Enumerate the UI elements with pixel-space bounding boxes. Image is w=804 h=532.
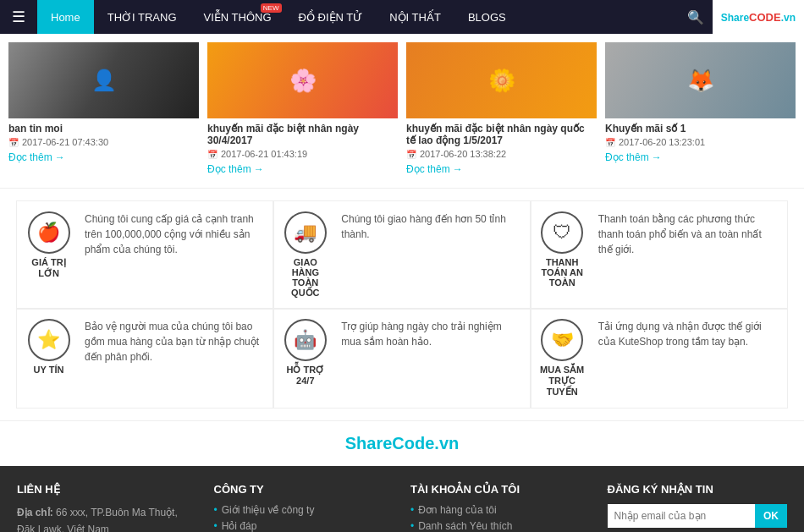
feature-icon-payment: 🛡 THANH TOÁN AN TOÀN: [539, 211, 586, 288]
feature-online: 🤝 MUA SẮM TRỰC TUYẾN Tải ứng dụng và nhậ…: [530, 308, 788, 409]
footer-account-item-1[interactable]: Danh sách Yêu thích: [410, 520, 591, 532]
footer-company: CÔNG TY Giới thiệu về công ty Hỏi đáp Đi…: [214, 483, 394, 532]
nav-item-fashion[interactable]: THỜI TRANG: [94, 0, 190, 34]
read-more-0[interactable]: Đọc thêm: [8, 151, 65, 163]
blog-title-2: khuyến mãi đặc biệt nhân ngày quốc tế la…: [406, 123, 597, 146]
nav-item-blogs[interactable]: BLOGS: [454, 0, 520, 34]
brand-section: ShareCode.vn: [0, 420, 804, 466]
blog-date-0: 2017-06-21 07:43:30: [8, 137, 199, 147]
footer-grid: LIÊN HỆ Địa chỉ: 66 xxx, TP.Buôn Ma Thuộ…: [17, 483, 787, 532]
feature-trust: ⭐ UY TÍN Bảo vệ người mua của chúng tôi …: [16, 308, 274, 409]
feature-icon-trust: ⭐ UY TÍN: [25, 319, 72, 375]
feature-text-online: Tải ứng dụng và nhận được thế giới của K…: [598, 319, 779, 349]
blog-image-0: 👤: [8, 42, 199, 118]
features-section: 🍎 GIÁ TRỊ LỚN Chúng tôi cung cấp giá cả …: [0, 188, 804, 420]
newsletter-submit-button[interactable]: OK: [755, 504, 787, 528]
newsletter-form: OK: [608, 504, 788, 528]
nav-item-home[interactable]: Home: [37, 0, 94, 34]
footer-account: TÀI KHOẢN CỦA TÔI Đơn hàng của tôi Danh …: [410, 483, 591, 532]
features-grid: 🍎 GIÁ TRỊ LỚN Chúng tôi cung cấp giá cả …: [17, 201, 787, 408]
nav-item-electronics[interactable]: ĐỒ ĐIỆN TỬ: [285, 0, 377, 34]
new-badge: NEW: [261, 3, 282, 13]
footer-company-heading: CÔNG TY: [214, 483, 394, 496]
blog-title-0: ban tin moi: [8, 123, 199, 134]
blog-date-2: 2017-06-20 13:38:22: [406, 149, 597, 159]
blog-card-3: 🦊 Khuyến mãi số 1 2017-06-20 13:23:01 Đọ…: [605, 42, 796, 175]
footer-company-item-0[interactable]: Giới thiệu về công ty: [214, 504, 394, 516]
footer-address: Địa chỉ: 66 xxx, TP.Buôn Ma Thuột, Đăk L…: [17, 504, 197, 532]
footer-newsletter-heading: ĐĂNG KÝ NHẬN TIN: [608, 483, 788, 496]
blog-image-2: 🌼: [406, 42, 597, 118]
feature-payment: 🛡 THANH TOÁN AN TOÀN Thanh toán bằng các…: [530, 200, 788, 310]
feature-text-delivery: Chúng tôi giao hàng đến hơn 50 tỉnh thàn…: [341, 211, 521, 242]
blog-section: 👤 ban tin moi 2017-06-21 07:43:30 Đọc th…: [0, 34, 804, 188]
main-nav: ☰ Home THỜI TRANG NEW VIỄN THÔNG ĐỒ ĐIỆN…: [0, 0, 804, 34]
feature-text-value: Chúng tôi cung cấp giá cả cạnh tranh trê…: [85, 211, 265, 257]
search-icon[interactable]: 🔍: [679, 9, 713, 25]
read-more-1[interactable]: Đọc thêm: [207, 163, 264, 175]
blog-title-1: khuyến mãi đặc biệt nhân ngày 30/4/2017: [207, 123, 398, 146]
site-logo: ShareCODE.vn: [713, 0, 804, 34]
blog-card-1: 🌸 khuyến mãi đặc biệt nhân ngày 30/4/201…: [207, 42, 398, 175]
newsletter-email-input[interactable]: [608, 504, 756, 528]
feature-icon-support: 🤖 HỖ TRỢ 24/7: [282, 319, 328, 386]
footer: LIÊN HỆ Địa chỉ: 66 xxx, TP.Buôn Ma Thuộ…: [0, 466, 804, 532]
feature-icon-value: 🍎 GIÁ TRỊ LỚN: [25, 211, 72, 279]
read-more-2[interactable]: Đọc thêm: [406, 163, 463, 175]
blog-date-1: 2017-06-21 01:43:19: [207, 149, 398, 159]
footer-newsletter: ĐĂNG KÝ NHẬN TIN OK f p vk t g+: [608, 483, 788, 532]
footer-contact: LIÊN HỆ Địa chỉ: 66 xxx, TP.Buôn Ma Thuộ…: [17, 483, 197, 532]
feature-text-payment: Thanh toán bằng các phương thức thanh to…: [598, 211, 779, 257]
feature-icon-delivery: 🚚 GIAO HÀNG TOÀN QUỐC: [282, 211, 328, 299]
footer-contact-heading: LIÊN HỆ: [17, 483, 197, 496]
feature-delivery: 🚚 GIAO HÀNG TOÀN QUỐC Chúng tôi giao hàn…: [273, 200, 531, 310]
footer-account-item-0[interactable]: Đơn hàng của tôi: [410, 504, 591, 516]
feature-support: 🤖 HỖ TRỢ 24/7 Trợ giúp hàng ngày cho trả…: [273, 308, 531, 409]
feature-value: 🍎 GIÁ TRỊ LỚN Chúng tôi cung cấp giá cả …: [16, 200, 274, 310]
footer-company-item-1[interactable]: Hỏi đáp: [214, 520, 394, 532]
nav-item-furniture[interactable]: NỘI THẤT: [376, 0, 454, 34]
blog-card-0: 👤 ban tin moi 2017-06-21 07:43:30 Đọc th…: [8, 42, 199, 175]
feature-text-support: Trợ giúp hàng ngày cho trải nghiệm mua s…: [341, 319, 521, 349]
blog-grid: 👤 ban tin moi 2017-06-21 07:43:30 Đọc th…: [8, 42, 796, 175]
footer-account-heading: TÀI KHOẢN CỦA TÔI: [410, 483, 591, 496]
nav-item-telecom[interactable]: NEW VIỄN THÔNG: [190, 0, 285, 34]
footer-company-list: Giới thiệu về công ty Hỏi đáp Điều khoản…: [214, 504, 394, 532]
blog-card-2: 🌼 khuyến mãi đặc biệt nhân ngày quốc tế …: [406, 42, 597, 175]
blog-title-3: Khuyến mãi số 1: [605, 123, 796, 134]
hamburger-icon[interactable]: ☰: [0, 8, 37, 26]
blog-date-3: 2017-06-20 13:23:01: [605, 137, 796, 147]
read-more-3[interactable]: Đọc thêm: [605, 151, 662, 163]
brand-name: ShareCode.vn: [345, 434, 459, 452]
blog-image-3: 🦊: [605, 42, 796, 118]
blog-image-1: 🌸: [207, 42, 398, 118]
footer-account-list: Đơn hàng của tôi Danh sách Yêu thích Thô…: [410, 504, 591, 532]
feature-text-trust: Bảo vệ người mua của chúng tôi bao gồm m…: [85, 319, 265, 365]
feature-icon-online: 🤝 MUA SẮM TRỰC TUYẾN: [539, 319, 586, 398]
